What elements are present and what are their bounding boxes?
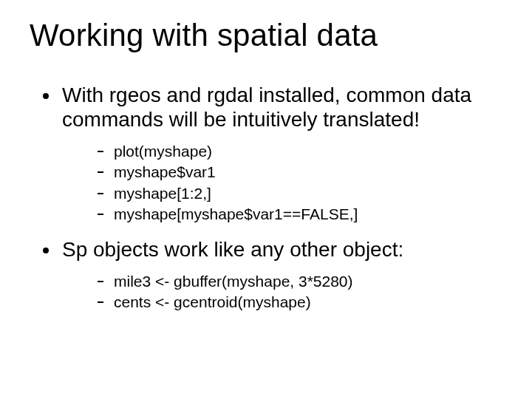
sub-item: myshape[1:2,] xyxy=(92,184,502,203)
slide: Working with spatial data With rgeos and… xyxy=(0,0,532,399)
sub-item: mile3 <- gbuffer(myshape, 3*5280) xyxy=(92,272,502,291)
sub-list: mile3 <- gbuffer(myshape, 3*5280) cents … xyxy=(92,272,502,313)
bullet-text: Sp objects work like any other object: xyxy=(62,237,502,262)
sub-item: plot(myshape) xyxy=(92,142,502,161)
sub-item: cents <- gcentroid(myshape) xyxy=(92,293,502,312)
sub-list: plot(myshape) myshape$var1 myshape[1:2,]… xyxy=(92,142,502,224)
list-item: With rgeos and rgdal installed, common d… xyxy=(37,83,502,224)
sub-item: myshape[myshape$var1==FALSE,] xyxy=(92,205,502,224)
list-item: Sp objects work like any other object: m… xyxy=(37,237,502,313)
bullet-text: With rgeos and rgdal installed, common d… xyxy=(62,83,502,132)
bullet-list: With rgeos and rgdal installed, common d… xyxy=(37,83,502,313)
sub-item: myshape$var1 xyxy=(92,163,502,182)
slide-title: Working with spatial data xyxy=(30,18,502,53)
